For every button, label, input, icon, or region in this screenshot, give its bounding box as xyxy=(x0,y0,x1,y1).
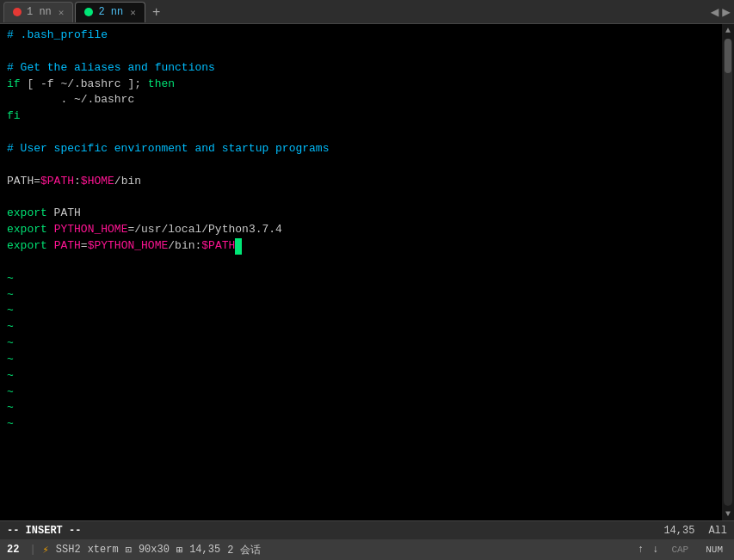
code-line: if [ -f ~/.bashrc ]; then xyxy=(7,77,715,93)
tab-1[interactable]: 1 nn ✕ xyxy=(3,2,73,22)
dimensions-label: 90x30 xyxy=(139,544,170,556)
sessions-label: 2 会话 xyxy=(227,543,260,557)
tab-1-label: 1 nn xyxy=(27,6,52,18)
vim-mode: -- INSERT -- xyxy=(7,525,81,537)
tilde-line: ~ xyxy=(7,319,715,335)
status-bar: -- INSERT -- 14,35 All xyxy=(0,520,734,539)
scroll-up[interactable]: ▲ xyxy=(722,24,734,37)
cap-badge: CAP xyxy=(667,545,693,555)
tilde-line: ~ xyxy=(7,303,715,319)
editor[interactable]: # .bash_profile # Get the aliases and fu… xyxy=(0,24,722,520)
scroll-thumb[interactable] xyxy=(725,39,731,73)
code-line: # .bash_profile xyxy=(7,28,715,44)
terminal-label: xterm xyxy=(88,544,119,556)
position-icon: ⊞ xyxy=(176,544,182,557)
info-right: ↑ ↓ CAP NUM xyxy=(638,544,727,556)
tab-2-icon xyxy=(84,8,93,16)
code-line xyxy=(7,189,715,206)
tilde-line: ~ xyxy=(7,416,715,433)
ssh-label: SSH2 xyxy=(56,544,81,556)
tab-1-close[interactable]: ✕ xyxy=(59,7,65,18)
tab-1-icon xyxy=(13,8,22,16)
scroll-down[interactable]: ▼ xyxy=(722,508,734,520)
scroll-track[interactable] xyxy=(724,39,732,506)
position-label: 14,35 xyxy=(189,544,220,556)
tilde-line: ~ xyxy=(7,287,715,304)
tab-2[interactable]: 2 nn ✕ xyxy=(75,2,145,22)
code-line: export PATH xyxy=(7,206,715,222)
dimensions-icon: ⊡ xyxy=(126,544,132,557)
tab-bar: 1 nn ✕ 2 nn ✕ + ◀ ▶ xyxy=(0,0,734,24)
num-badge: NUM xyxy=(701,545,727,555)
tilde-line: ~ xyxy=(7,385,715,401)
separator-1: | xyxy=(29,544,35,556)
tilde-line: ~ xyxy=(7,335,715,352)
main-area: # .bash_profile # Get the aliases and fu… xyxy=(0,24,734,520)
tilde-line: ~ xyxy=(7,368,715,385)
up-arrow[interactable]: ↑ xyxy=(638,544,644,556)
tilde-line: ~ xyxy=(7,400,715,416)
tab-nav: ◀ ▶ xyxy=(711,3,731,21)
code-line: # Get the aliases and functions xyxy=(7,60,715,77)
nav-next[interactable]: ▶ xyxy=(722,3,731,21)
tilde-line: ~ xyxy=(7,271,715,287)
scroll-extent: All xyxy=(708,525,727,537)
scrollbar[interactable]: ▲ ▼ xyxy=(722,24,734,520)
info-bar: 22 | ⚡ SSH2 xterm ⊡ 90x30 ⊞ 14,35 2 会话 ↑… xyxy=(0,539,734,560)
cursor xyxy=(235,238,242,255)
status-right: 14,35 All xyxy=(663,525,727,537)
nav-prev[interactable]: ◀ xyxy=(711,3,719,21)
code-line xyxy=(7,44,715,60)
down-arrow[interactable]: ↓ xyxy=(652,544,658,556)
code-line: PATH=$PATH:$HOME/bin xyxy=(7,174,715,190)
code-line xyxy=(7,157,715,174)
code-line: . ~/.bashrc xyxy=(7,92,715,108)
code-line: fi xyxy=(7,108,715,125)
ssh-icon: ⚡ xyxy=(43,544,49,557)
cursor-position: 14,35 xyxy=(663,525,694,537)
tab-2-close[interactable]: ✕ xyxy=(130,7,136,18)
left-number: 22 xyxy=(7,544,19,556)
code-line-cursor: export PATH=$PYTHON_HOME/bin:$PATH xyxy=(7,238,715,255)
code-line: # User specific environment and startup … xyxy=(7,141,715,157)
code-line: export PYTHON_HOME=/usr/local/Python3.7.… xyxy=(7,222,715,238)
tilde-line: ~ xyxy=(7,352,715,368)
tab-2-label: 2 nn xyxy=(98,6,123,18)
code-line xyxy=(7,125,715,141)
code-line xyxy=(7,255,715,271)
tab-add-button[interactable]: + xyxy=(147,5,165,19)
